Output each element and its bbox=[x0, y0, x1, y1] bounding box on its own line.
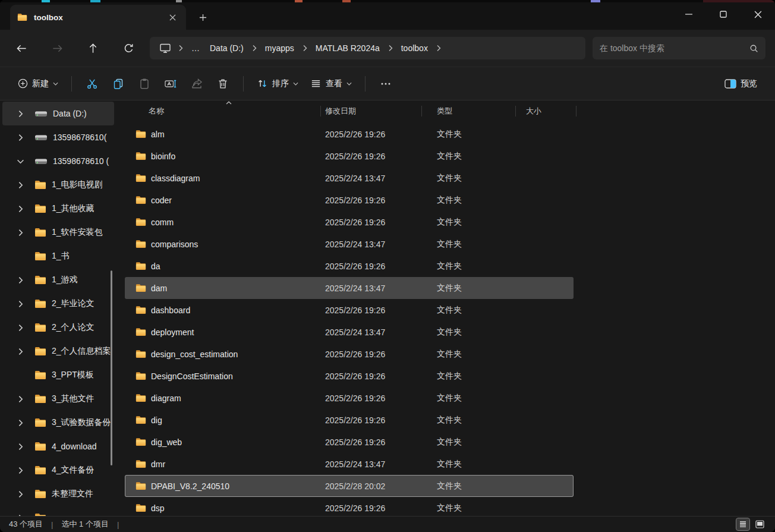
table-row[interactable]: bioinfo 2025/2/26 19:26 文件夹 bbox=[125, 145, 574, 167]
sidebar-item[interactable]: 1_电影电视剧 bbox=[2, 173, 114, 197]
details-view-icon[interactable] bbox=[736, 518, 749, 530]
tab-close-icon[interactable] bbox=[165, 10, 180, 25]
table-row[interactable]: deployment 2025/2/24 13:47 文件夹 bbox=[125, 321, 574, 343]
folder-icon bbox=[136, 284, 146, 292]
sidebar-item[interactable]: 2_毕业论文 bbox=[2, 292, 114, 316]
back-icon[interactable] bbox=[10, 37, 33, 59]
sidebar-item[interactable]: 4_文件备份 bbox=[2, 458, 114, 482]
chevron-right-icon[interactable] bbox=[18, 276, 26, 284]
sidebar-item[interactable]: 4_download bbox=[2, 435, 114, 458]
chevron-right-icon[interactable] bbox=[18, 348, 26, 355]
table-row[interactable]: classdiagram 2025/2/24 13:47 文件夹 bbox=[125, 167, 574, 189]
table-row[interactable]: da 2025/2/26 19:26 文件夹 bbox=[125, 255, 574, 277]
column-header-type[interactable]: 类型 bbox=[422, 101, 516, 121]
refresh-icon[interactable] bbox=[116, 37, 140, 59]
sidebar-item[interactable]: 1_其他收藏 bbox=[2, 197, 114, 221]
table-row[interactable]: comm 2025/2/26 19:26 文件夹 bbox=[125, 211, 574, 233]
table-row[interactable]: diagram 2025/2/26 19:26 文件夹 bbox=[125, 387, 574, 409]
table-row[interactable]: DPABI_V8.2_240510 2025/2/28 20:02 文件夹 bbox=[125, 475, 574, 497]
column-header-name[interactable]: 名称 bbox=[125, 101, 321, 121]
breadcrumb-overflow[interactable]: … bbox=[187, 43, 205, 53]
chevron-down-icon[interactable] bbox=[18, 158, 26, 165]
sidebar-item[interactable]: 3_PPT模板 bbox=[2, 363, 114, 387]
view-button[interactable]: 查看 bbox=[304, 72, 358, 96]
chevron-right-icon[interactable] bbox=[18, 205, 26, 213]
copy-button[interactable] bbox=[105, 72, 131, 96]
table-row[interactable]: dig_web 2025/2/26 19:26 文件夹 bbox=[125, 431, 574, 453]
table-row[interactable]: comparisons 2025/2/24 13:47 文件夹 bbox=[125, 233, 574, 255]
chevron-right-icon[interactable] bbox=[18, 110, 26, 118]
more-options-icon[interactable] bbox=[373, 72, 399, 96]
chevron-right-icon[interactable] bbox=[18, 229, 26, 237]
address-bar[interactable]: … Data (D:) myapps MATLAB R2024a toolbox bbox=[150, 37, 585, 59]
chevron-right-icon[interactable] bbox=[18, 181, 26, 189]
chevron-right-icon[interactable] bbox=[18, 395, 26, 403]
table-row[interactable]: dam 2025/2/24 13:47 文件夹 bbox=[125, 277, 574, 299]
column-header-size[interactable]: 大小 bbox=[516, 101, 576, 121]
breadcrumb-chevron-icon[interactable] bbox=[433, 45, 445, 52]
sidebar-item[interactable]: Data (D:) bbox=[2, 102, 114, 125]
new-tab-button[interactable] bbox=[194, 9, 212, 26]
sidebar-item[interactable]: 2_个人论文 bbox=[2, 316, 114, 339]
table-row[interactable]: coder 2025/2/26 19:26 文件夹 bbox=[125, 189, 574, 211]
breadcrumb-segment-matlab[interactable]: MATLAB R2024a bbox=[311, 41, 385, 55]
delete-button[interactable] bbox=[210, 72, 236, 96]
chevron-right-icon[interactable] bbox=[18, 134, 26, 141]
column-header-date[interactable]: 修改日期 bbox=[321, 101, 422, 121]
search-box[interactable] bbox=[593, 37, 765, 59]
sidebar-item[interactable]: 3_试验数据备份 bbox=[2, 411, 114, 435]
forward-icon[interactable] bbox=[45, 37, 69, 59]
search-icon[interactable] bbox=[749, 44, 758, 53]
sidebar-item[interactable]: 13598678610( bbox=[2, 125, 114, 149]
breadcrumb-segment-drive[interactable]: Data (D:) bbox=[205, 41, 248, 55]
table-row[interactable]: dsp 2025/2/26 19:26 文件夹 bbox=[125, 497, 574, 516]
table-row[interactable]: alm 2025/2/26 19:26 文件夹 bbox=[125, 123, 574, 145]
sidebar-item[interactable]: 3_其他文件 bbox=[2, 387, 114, 411]
rename-button[interactable] bbox=[157, 72, 184, 96]
new-button[interactable]: 新建 bbox=[12, 72, 64, 96]
chevron-right-icon[interactable] bbox=[18, 443, 26, 451]
file-date: 2025/2/24 13:47 bbox=[321, 284, 422, 293]
sidebar-item[interactable]: 1_软件安装包 bbox=[2, 221, 114, 244]
sidebar-item[interactable]: 2_个人信息档案 bbox=[2, 339, 114, 363]
cut-button[interactable] bbox=[79, 72, 105, 96]
table-row[interactable]: dashboard 2025/2/26 19:26 文件夹 bbox=[125, 299, 574, 321]
sidebar-item[interactable]: 未整理文件 bbox=[2, 482, 114, 506]
close-button[interactable] bbox=[741, 2, 775, 26]
column-divider[interactable] bbox=[576, 106, 576, 117]
table-row[interactable]: dmr 2025/2/24 13:47 文件夹 bbox=[125, 453, 574, 475]
sidebar-item[interactable]: 1_游戏 bbox=[2, 268, 114, 292]
share-button[interactable] bbox=[184, 72, 210, 96]
sidebar-item[interactable] bbox=[2, 506, 114, 516]
search-input[interactable] bbox=[600, 43, 749, 53]
large-icons-view-icon[interactable] bbox=[753, 518, 766, 530]
table-row[interactable]: design_cost_estimation 2025/2/26 19:26 文… bbox=[125, 343, 574, 365]
sidebar-item-label: 13598678610( bbox=[53, 133, 106, 142]
sidebar-item-label: Data (D:) bbox=[53, 109, 87, 118]
table-row[interactable]: DesignCostEstimation 2025/2/26 19:26 文件夹 bbox=[125, 365, 574, 387]
breadcrumb-segment-toolbox[interactable]: toolbox bbox=[396, 41, 433, 55]
chevron-right-icon[interactable] bbox=[18, 490, 26, 498]
up-icon[interactable] bbox=[81, 37, 105, 59]
preview-button[interactable]: 预览 bbox=[719, 72, 763, 96]
sidebar-scrollbar[interactable] bbox=[111, 270, 112, 465]
sort-button[interactable]: 排序 bbox=[251, 72, 304, 96]
breadcrumb-chevron-icon[interactable] bbox=[385, 45, 396, 52]
sidebar-item[interactable]: 13598678610 ( bbox=[2, 149, 114, 173]
breadcrumb-chevron-icon[interactable] bbox=[299, 45, 311, 52]
breadcrumb-segment-myapps[interactable]: myapps bbox=[260, 41, 299, 55]
items-count: 43 个项目 bbox=[9, 519, 43, 530]
sidebar-item[interactable]: 1_书 bbox=[2, 244, 114, 268]
chevron-right-icon[interactable] bbox=[18, 467, 26, 474]
table-row[interactable]: dig 2025/2/26 19:26 文件夹 bbox=[125, 409, 574, 431]
explorer-tab[interactable]: toolbox bbox=[10, 5, 186, 30]
paste-button[interactable] bbox=[131, 72, 157, 96]
this-pc-icon[interactable] bbox=[156, 42, 175, 54]
maximize-button[interactable] bbox=[706, 2, 741, 26]
chevron-right-icon[interactable] bbox=[18, 324, 26, 332]
minimize-button[interactable] bbox=[672, 2, 706, 26]
breadcrumb-chevron-icon[interactable] bbox=[248, 45, 260, 52]
chevron-right-icon[interactable] bbox=[18, 300, 26, 308]
chevron-right-icon[interactable] bbox=[18, 419, 26, 427]
screen-edge-fragment bbox=[703, 0, 775, 2]
